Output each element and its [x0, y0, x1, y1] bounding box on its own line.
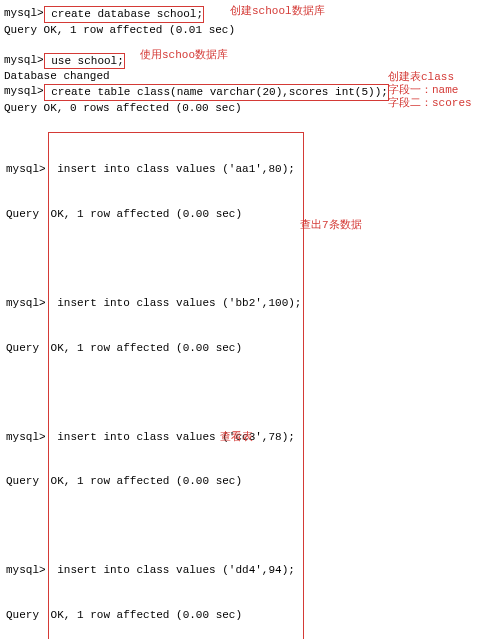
note-create-db: 创建school数据库	[230, 4, 325, 19]
mysql-prompt: mysql>	[4, 54, 44, 66]
mysql-prompt: mysql>	[4, 85, 44, 97]
prompt-col: mysql> Query mysql> Query mysql> Query m…	[4, 132, 48, 639]
note-field2: 字段二：scores	[388, 96, 472, 111]
inserts-bordered: insert into class values ('aa1',80); OK,…	[48, 132, 304, 639]
cmd-use-db: use school;	[44, 53, 125, 70]
note-inserts: 查出7条数据	[300, 218, 362, 233]
note-use-db: 使用schoo数据库	[140, 48, 228, 63]
cmd-create-table: create table class(name varchar(20),scor…	[44, 84, 389, 101]
mysql-prompt: mysql>	[4, 7, 44, 19]
cmd-create-database: create database school;	[44, 6, 204, 23]
terminal: 创建school数据库 使用schoo数据库 创建表class 字段一：name…	[0, 0, 500, 639]
inserts-block: mysql> Query mysql> Query mysql> Query m…	[4, 132, 304, 639]
resp-create-db: Query OK, 1 row affected (0.01 sec)	[4, 23, 496, 38]
line-use-db: mysql> use school;	[4, 53, 496, 70]
note-select: 查看表	[220, 430, 253, 445]
